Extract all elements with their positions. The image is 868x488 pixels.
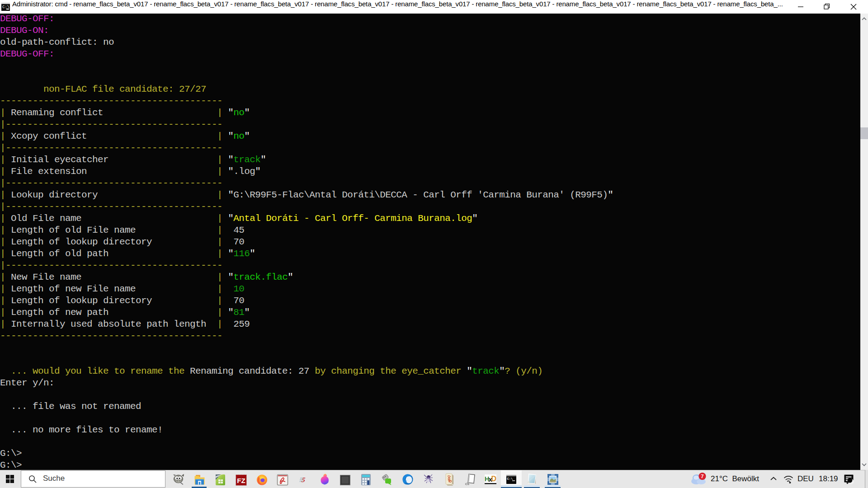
svg-text:5: 5: [301, 476, 307, 483]
svg-text:7: 7: [701, 474, 703, 479]
svg-text:C:\: C:\: [507, 477, 513, 481]
svg-text:FZ: FZ: [237, 477, 245, 484]
svg-text:D: D: [491, 475, 497, 483]
